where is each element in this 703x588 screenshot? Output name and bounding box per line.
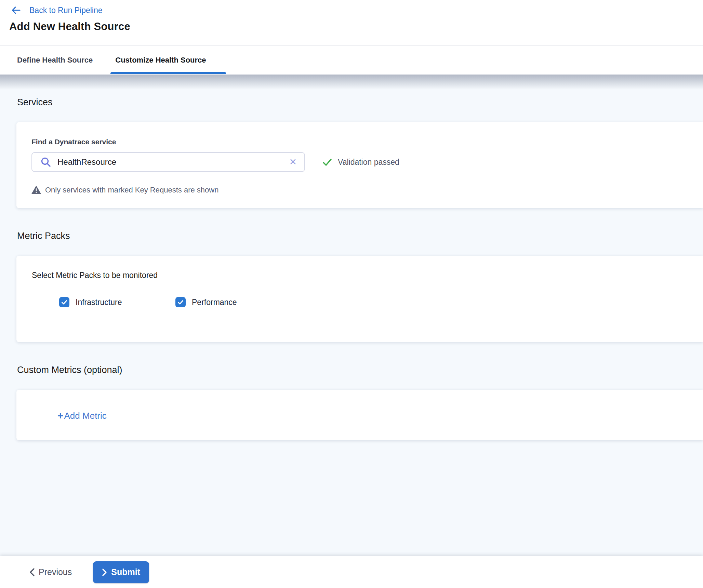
metric-packs-subtitle: Select Metric Packs to be monitored: [32, 271, 688, 280]
metric-packs-heading: Metric Packs: [17, 231, 703, 241]
validation-status: Validation passed: [321, 156, 399, 168]
custom-metrics-heading: Custom Metrics (optional): [17, 365, 703, 375]
services-card: Find a Dynatrace service ✕ Validation pa…: [16, 122, 703, 208]
services-heading: Services: [17, 97, 703, 108]
submit-label: Submit: [111, 567, 140, 577]
footer-bar: Previous Submit: [0, 556, 703, 588]
infrastructure-checkbox-checked[interactable]: [59, 297, 69, 307]
metric-packs-options: Infrastructure Performance: [59, 297, 688, 307]
page-header: Back to Run Pipeline Add New Health Sour…: [0, 0, 703, 75]
tab-bar: Define Health Source Customize Health So…: [0, 45, 703, 75]
warning-triangle-icon: [31, 186, 41, 195]
infrastructure-label: Infrastructure: [76, 298, 122, 307]
previous-button[interactable]: Previous: [29, 567, 72, 577]
tab-customize-health-source[interactable]: Customize Health Source: [115, 46, 206, 74]
checkmark-icon: [177, 299, 184, 306]
metric-packs-card: Select Metric Packs to be monitored Infr…: [16, 256, 703, 342]
back-arrow-icon[interactable]: [10, 4, 22, 16]
clear-search-icon[interactable]: ✕: [288, 157, 297, 168]
performance-label: Performance: [192, 298, 237, 307]
submit-button[interactable]: Submit: [93, 561, 149, 583]
checkbox-option-infrastructure[interactable]: Infrastructure: [59, 297, 175, 307]
service-search-row: ✕ Validation passed: [31, 152, 688, 172]
add-metric-label: Add Metric: [64, 411, 107, 421]
previous-label: Previous: [39, 567, 72, 577]
custom-metrics-card: + Add Metric: [16, 390, 703, 440]
checkbox-option-performance[interactable]: Performance: [175, 297, 292, 307]
checkmark-icon: [61, 299, 68, 306]
tab-define-health-source[interactable]: Define Health Source: [17, 46, 93, 74]
find-service-label: Find a Dynatrace service: [31, 138, 688, 146]
page-title: Add New Health Source: [0, 16, 703, 33]
service-search-input[interactable]: [57, 157, 288, 167]
back-link-label[interactable]: Back to Run Pipeline: [29, 6, 103, 15]
warning-text: Only services with marked Key Requests a…: [45, 186, 218, 195]
chevron-right-icon: [102, 568, 107, 576]
validation-text: Validation passed: [338, 158, 399, 167]
validation-check-icon: [321, 156, 333, 168]
add-metric-button[interactable]: + Add Metric: [57, 410, 107, 421]
service-search-box[interactable]: ✕: [31, 152, 305, 172]
search-icon: [40, 157, 51, 168]
services-warning: Only services with marked Key Requests a…: [31, 186, 688, 195]
back-navigation[interactable]: Back to Run Pipeline: [0, 0, 703, 16]
plus-icon: +: [57, 410, 64, 422]
chevron-left-icon: [29, 568, 35, 577]
performance-checkbox-checked[interactable]: [175, 297, 186, 307]
main-content: Services Find a Dynatrace service ✕ Vali…: [0, 75, 703, 556]
